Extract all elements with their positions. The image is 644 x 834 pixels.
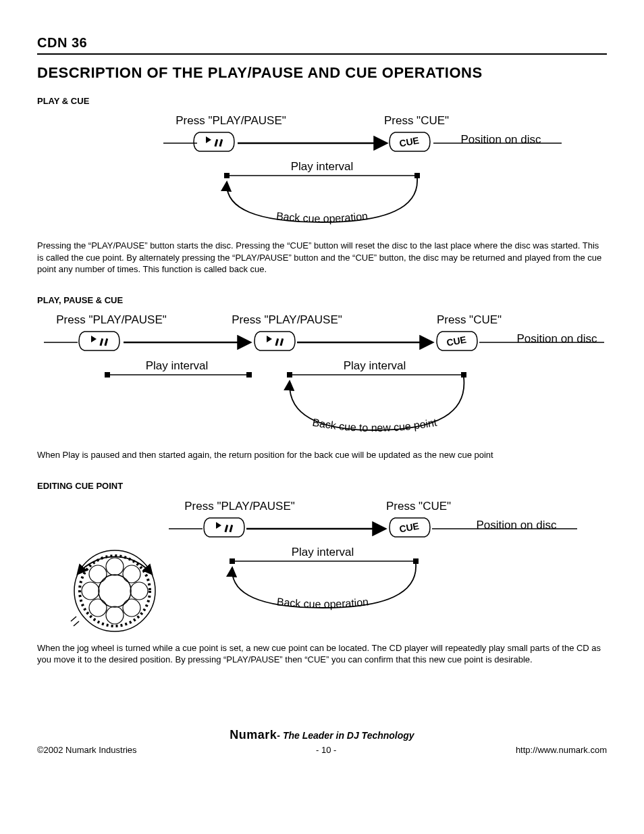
svg-text:Back cue operation: Back cue operation [276, 596, 369, 610]
svg-text:Position on disc: Position on disc [460, 133, 541, 146]
section-heading-play-pause-cue: PLAY, PAUSE & CUE [37, 294, 607, 307]
model-header: CDN 36 [37, 34, 607, 55]
body-play-cue: Pressing the “PLAY/PAUSE” button starts … [37, 240, 607, 276]
jog-wheel-icon [74, 550, 155, 631]
body-editing-cue: When the jog wheel is turned while a cue… [37, 642, 607, 666]
svg-text:Press "CUE": Press "CUE" [437, 313, 502, 326]
svg-text:Press "PLAY/PAUSE": Press "PLAY/PAUSE" [232, 313, 342, 326]
cue-icon: CUE [390, 132, 430, 151]
cue-icon: CUE [437, 332, 477, 350]
svg-point-55 [130, 582, 148, 600]
svg-text:Back cue to new cue point: Back cue to new cue point [312, 417, 438, 434]
svg-text:Play interval: Play interval [344, 359, 406, 372]
svg-text:Press "PLAY/PAUSE": Press "PLAY/PAUSE" [184, 500, 295, 513]
svg-point-52 [99, 575, 131, 607]
svg-line-61 [71, 617, 76, 621]
svg-text:Play interval: Play interval [292, 546, 354, 558]
footer-url: http://www.numark.com [516, 744, 607, 756]
diagram-play-cue: Press "PLAY/PAUSE" Press "CUE" Position … [79, 111, 565, 236]
footer-brand: Numark [230, 728, 277, 741]
svg-text:Back cue operation: Back cue operation [275, 210, 368, 224]
diagram-play-pause-cue: Press "PLAY/PAUSE" Press "PLAY/PAUSE" Pr… [37, 310, 607, 445]
svg-text:Press "CUE": Press "CUE" [384, 114, 449, 127]
footer-copyright: ©2002 Numark Industries [37, 744, 137, 756]
svg-text:Position on disc: Position on disc [476, 519, 557, 531]
svg-text:Play interval: Play interval [291, 160, 354, 173]
svg-text:Press "PLAY/PAUSE": Press "PLAY/PAUSE" [176, 114, 286, 127]
diagram-editing-cue: Press "PLAY/PAUSE" Press "CUE" Position … [37, 496, 607, 638]
svg-point-51 [80, 556, 150, 626]
svg-point-56 [123, 599, 140, 617]
play-pause-icon [254, 332, 295, 350]
svg-line-62 [74, 621, 79, 626]
svg-point-57 [106, 606, 124, 624]
svg-point-53 [106, 558, 124, 575]
body-play-pause-cue: When Play is paused and then started aga… [37, 449, 607, 461]
svg-point-50 [74, 550, 155, 631]
page-footer: Numark- The Leader in DJ Technology ©200… [37, 727, 607, 756]
play-pause-icon [204, 518, 244, 537]
svg-text:Play interval: Play interval [146, 359, 209, 372]
play-pause-icon [79, 332, 119, 350]
page-title: DESCRIPTION OF THE PLAY/PAUSE AND CUE OP… [37, 63, 607, 83]
footer-tagline: - The Leader in DJ Technology [277, 730, 414, 741]
svg-point-59 [82, 582, 99, 600]
section-heading-play-cue: PLAY & CUE [37, 95, 607, 107]
svg-point-60 [89, 565, 107, 583]
svg-text:Position on disc: Position on disc [516, 332, 597, 345]
svg-text:Press "CUE": Press "CUE" [386, 500, 451, 513]
footer-page-number: - 10 - [316, 744, 336, 756]
svg-text:Press "PLAY/PAUSE": Press "PLAY/PAUSE" [56, 313, 167, 326]
svg-point-58 [89, 599, 107, 617]
play-pause-icon [194, 132, 234, 151]
cue-icon: CUE [390, 518, 430, 537]
section-heading-editing-cue: EDITING CUE POINT [37, 480, 607, 492]
svg-point-54 [123, 565, 140, 583]
